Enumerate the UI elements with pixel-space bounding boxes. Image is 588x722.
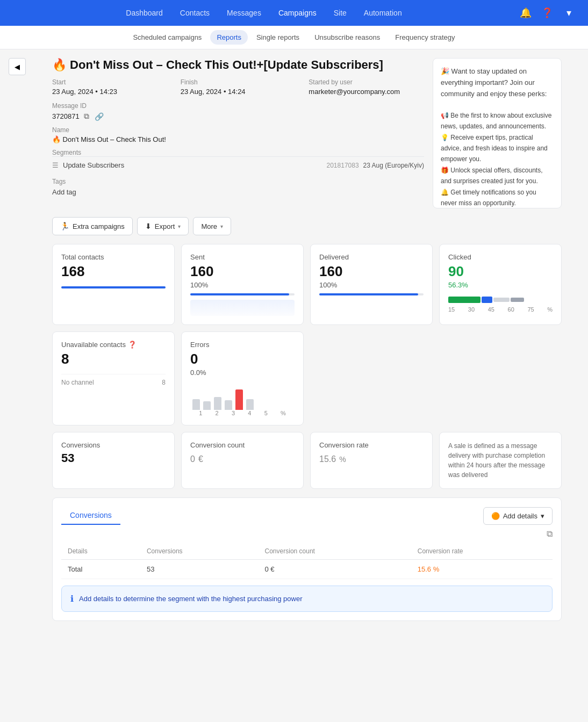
toolbar: 🏃 Extra campaigns ⬇ Export ▾ More ▾ bbox=[52, 217, 562, 235]
nav-campaigns[interactable]: Campaigns bbox=[271, 4, 324, 21]
nav-dashboard[interactable]: Dashboard bbox=[118, 4, 170, 21]
bottom-stats: Conversions 53 Conversion count 0 € Conv… bbox=[52, 432, 562, 489]
export-button[interactable]: ⬇ Export ▾ bbox=[137, 217, 189, 235]
col-conversion-rate: Conversion rate bbox=[411, 543, 553, 560]
side-panel: 🎉 Want to stay updated on everything imp… bbox=[433, 58, 562, 208]
extra-campaigns-icon: 🏃 bbox=[60, 222, 69, 230]
conversions-section: Conversions 🟠 Add details ▾ ⧉ Details Co… bbox=[52, 497, 562, 621]
info-banner: ℹ Add details to determine the segment w… bbox=[61, 586, 553, 612]
conversions-table: Details Conversions Conversion count Con… bbox=[61, 543, 553, 579]
col-details: Details bbox=[61, 543, 140, 560]
subnav-frequency[interactable]: Frequency strategy bbox=[389, 30, 461, 45]
export-icon: ⬇ bbox=[145, 222, 152, 230]
subnav-scheduled[interactable]: Scheduled campaigns bbox=[126, 30, 208, 45]
subnav-reports[interactable]: Reports bbox=[210, 30, 248, 45]
unavailable-card: Unavailable contacts ❓ 8 No channel 8 bbox=[52, 331, 175, 425]
info-icon: ℹ bbox=[70, 594, 74, 604]
back-button[interactable]: ◀ bbox=[9, 58, 26, 75]
subnav-single-reports[interactable]: Single reports bbox=[250, 30, 306, 45]
nav-site[interactable]: Site bbox=[326, 4, 354, 21]
stats-grid: Total contacts 168 Sent 160 100% Deliver… bbox=[52, 244, 562, 325]
col-conversions: Conversions bbox=[140, 543, 259, 560]
name-meta: Name 🔥 Don't Miss Out – Check This Out! bbox=[52, 126, 424, 143]
extra-campaigns-button[interactable]: 🏃 Extra campaigns bbox=[52, 217, 133, 235]
sent-card: Sent 160 100% bbox=[181, 244, 304, 325]
tags-section: Tags Add tag bbox=[52, 178, 424, 196]
delivered-card: Delivered 160 100% bbox=[310, 244, 433, 325]
add-details-icon: 🟠 bbox=[491, 512, 500, 520]
unavailable-help-icon[interactable]: ❓ bbox=[128, 341, 137, 349]
table-row: Total 53 0 € 15.6 % bbox=[61, 560, 553, 579]
conversions-stat: Conversions 53 bbox=[52, 432, 175, 489]
page-title: 🔥 Don't Miss Out – Check This Out!+[Upda… bbox=[52, 58, 424, 72]
notification-icon[interactable]: 🔔 bbox=[517, 4, 534, 21]
clicked-card: Clicked 90 56.3% 15 30 45 60 7 bbox=[439, 244, 562, 325]
copy-table-button[interactable]: ⧉ bbox=[61, 529, 553, 539]
link-message-id-button[interactable]: 🔗 bbox=[94, 111, 105, 122]
nav-messages[interactable]: Messages bbox=[219, 4, 269, 21]
segments-section: Segments ☰ Update Subscribers 201817083 … bbox=[52, 148, 424, 174]
conversions-tabs: Conversions bbox=[61, 507, 120, 525]
total-contacts-card: Total contacts 168 bbox=[52, 244, 175, 325]
subnav-unsubscribe[interactable]: Unsubscribe reasons bbox=[308, 30, 386, 45]
copy-message-id-button[interactable]: ⧉ bbox=[83, 111, 90, 122]
col-conversion-count: Conversion count bbox=[259, 543, 411, 560]
help-icon[interactable]: ❓ bbox=[539, 4, 556, 21]
message-id-meta: Message ID 3720871 ⧉ 🔗 bbox=[52, 102, 424, 122]
account-dropdown-icon[interactable]: ▾ bbox=[560, 4, 577, 21]
more-chevron-icon: ▾ bbox=[220, 223, 223, 229]
clicked-chart: 15 30 45 60 75 % bbox=[448, 295, 553, 313]
conversion-count-stat: Conversion count 0 € bbox=[181, 432, 304, 489]
sub-nav: Scheduled campaigns Reports Single repor… bbox=[0, 26, 588, 49]
nav-automation[interactable]: Automation bbox=[356, 4, 410, 21]
more-button[interactable]: More ▾ bbox=[193, 217, 231, 235]
finish-meta: Finish 23 Aug, 2024 • 14:24 bbox=[181, 78, 296, 96]
top-nav: Dashboard Contacts Messages Campaigns Si… bbox=[0, 0, 588, 26]
sale-note-card: A sale is defined as a message delivery … bbox=[439, 432, 562, 489]
add-details-chevron-icon: ▾ bbox=[541, 512, 544, 520]
errors-chart bbox=[190, 383, 295, 410]
stats-row2: Unavailable contacts ❓ 8 No channel 8 Er… bbox=[52, 331, 562, 425]
segment-row: ☰ Update Subscribers 201817083 23 Aug (E… bbox=[52, 156, 424, 174]
start-meta: Start 23 Aug, 2024 • 14:23 bbox=[52, 78, 168, 96]
add-details-button[interactable]: 🟠 Add details ▾ bbox=[483, 507, 553, 525]
errors-card: Errors 0 0.0% 1 2 3 4 5 % bbox=[181, 331, 304, 425]
nav-contacts[interactable]: Contacts bbox=[173, 4, 217, 21]
add-tag-button[interactable]: Add tag bbox=[52, 188, 76, 196]
started-by-meta: Started by user marketer@yourcompany.com bbox=[309, 78, 424, 96]
export-chevron-icon: ▾ bbox=[178, 223, 181, 229]
conversion-rate-stat: Conversion rate 15.6 % bbox=[310, 432, 433, 489]
tab-conversions[interactable]: Conversions bbox=[61, 507, 120, 525]
